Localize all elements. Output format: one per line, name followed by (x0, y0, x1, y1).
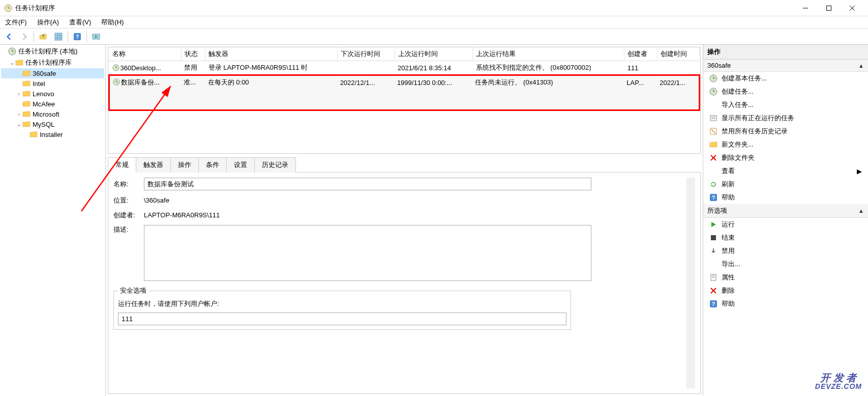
action-new-folder[interactable]: 新文件夹... (703, 138, 868, 151)
disable-icon (709, 127, 717, 135)
task-icon (113, 78, 120, 86)
svg-text:?: ? (712, 194, 715, 201)
detail-content: 名称: 位置: \360safe 创建者: LAPTOP-M6RA0R9S\11… (108, 173, 701, 394)
action-properties[interactable]: 属性 (703, 271, 868, 284)
forward-button[interactable] (17, 30, 32, 44)
actions-section2-label: 所选项 (707, 206, 727, 215)
tree-item-mcafee[interactable]: McAfee (1, 99, 104, 109)
center-panel: 名称 状态 触发器 下次运行时间 上次运行时间 上次运行结果 创建者 创建时间 … (106, 45, 703, 396)
action-label: 属性 (722, 273, 735, 282)
run-button[interactable] (89, 30, 103, 44)
task-row-selected[interactable]: 数据库备份... 准... 在每天的 0:00 2022/12/1... 199… (109, 75, 700, 110)
creator-value: LAPTOP-M6RA0R9S\111 (144, 210, 220, 220)
collapse-icon[interactable]: ▲ (858, 208, 864, 214)
svg-rect-4 (827, 6, 831, 10)
action-import-task[interactable]: 导入任务... (703, 98, 868, 111)
action-disable-history[interactable]: 禁用所有任务历史记录 (703, 125, 868, 138)
task-row[interactable]: 360Desktop... 禁用 登录 LAPTOP-M6RA0R9S\111 … (109, 61, 700, 75)
action-create-task[interactable]: 创建任务... (703, 85, 868, 98)
maximize-button[interactable] (817, 0, 841, 16)
action-help[interactable]: ?帮助 (703, 191, 868, 204)
folder-icon (22, 69, 31, 77)
menu-view[interactable]: 查看(V) (66, 17, 94, 28)
action-show-running[interactable]: 显示所有正在运行的任务 (703, 111, 868, 125)
action-view[interactable]: 查看▶ (703, 164, 868, 178)
col-creator[interactable]: 创建者 (624, 47, 657, 61)
tree-item-label: Microsoft (33, 110, 59, 118)
action-create-basic-task[interactable]: 创建基本任务... (703, 72, 868, 85)
tree-expand-icon[interactable]: › (15, 91, 22, 97)
col-created[interactable]: 创建时间 (657, 47, 700, 61)
action-label: 运行 (722, 220, 735, 229)
tree-item-microsoft[interactable]: › Microsoft (1, 109, 104, 119)
tree-collapse-icon[interactable]: ⌄ (15, 121, 22, 128)
tree-item-360safe[interactable]: 360safe (1, 68, 104, 78)
tree-root[interactable]: 任务计划程序 (本地) (1, 46, 104, 57)
location-value: \360safe (144, 195, 169, 205)
tab-actions[interactable]: 操作 (170, 157, 199, 173)
cell-trigger: 登录 LAPTOP-M6RA0R9S\111 时 (205, 61, 338, 75)
menu-action[interactable]: 操作(A) (34, 17, 62, 28)
tree-item-lenovo[interactable]: › Lenovo (1, 89, 104, 99)
action-label: 删除文件夹 (722, 153, 755, 162)
action-run[interactable]: 运行 (703, 218, 868, 231)
toolbar: ? (0, 29, 868, 45)
folder-icon (22, 90, 31, 98)
collapse-icon[interactable]: ▲ (858, 63, 864, 69)
help-button[interactable]: ? (70, 30, 84, 44)
blank-icon (709, 167, 717, 175)
folder-icon (22, 110, 31, 118)
back-button[interactable] (2, 30, 16, 44)
col-name[interactable]: 名称 (109, 47, 182, 61)
cell-next (338, 61, 395, 75)
blank-icon (709, 101, 717, 109)
tree-item-installer[interactable]: Installer (1, 129, 104, 139)
action-end[interactable]: 结束 (703, 231, 868, 244)
tree-collapse-icon[interactable]: ⌄ (8, 60, 15, 66)
security-account-field[interactable] (118, 313, 566, 325)
tab-settings[interactable]: 设置 (226, 157, 255, 173)
tab-triggers[interactable]: 触发器 (136, 157, 171, 173)
delete-icon (709, 154, 717, 162)
tree-expand-icon[interactable]: › (15, 111, 22, 117)
action-label: 显示所有正在运行的任务 (722, 114, 794, 123)
close-button[interactable] (841, 0, 864, 16)
toolbar-separator (34, 31, 34, 42)
description-field[interactable] (144, 225, 591, 281)
col-last[interactable]: 上次运行时间 (395, 47, 473, 61)
col-trigger[interactable]: 触发器 (205, 47, 338, 61)
tree-library[interactable]: ⌄ 任务计划程序库 (1, 57, 104, 68)
folder-icon (22, 100, 31, 108)
svg-rect-39 (711, 235, 716, 240)
action-delete-folder[interactable]: 删除文件夹 (703, 151, 868, 164)
action-refresh[interactable]: 刷新 (703, 178, 868, 191)
minimize-button[interactable] (794, 0, 817, 16)
menu-file[interactable]: 文件(F) (2, 17, 30, 28)
col-status[interactable]: 状态 (181, 47, 205, 61)
tree-item-mysql[interactable]: ⌄ MySQL (1, 119, 104, 129)
folder-icon (29, 130, 38, 138)
tab-general[interactable]: 常规 (108, 157, 136, 173)
col-result[interactable]: 上次运行结果 (473, 47, 624, 61)
stop-icon (709, 234, 717, 242)
cell-status: 准... (181, 76, 204, 89)
action-export[interactable]: 导出... (703, 258, 868, 271)
creator-label: 创建者: (113, 211, 144, 220)
grid-view-button[interactable] (51, 30, 66, 44)
security-label: 运行任务时，请使用下列用户帐户: (118, 295, 566, 313)
vertical-scrollbar[interactable] (686, 178, 695, 388)
tree-item-intel[interactable]: Intel (1, 78, 104, 89)
actions-section1-title[interactable]: 360safe ▲ (703, 60, 868, 72)
action-help[interactable]: ?帮助 (703, 297, 868, 310)
folder-up-button[interactable] (36, 30, 50, 44)
action-disable[interactable]: 禁用 (703, 244, 868, 258)
col-next[interactable]: 下次运行时间 (338, 47, 395, 61)
tree-item-label: Lenovo (33, 90, 54, 98)
description-label: 描述: (113, 225, 144, 234)
actions-section2-title[interactable]: 所选项 ▲ (703, 204, 868, 218)
tab-conditions[interactable]: 条件 (198, 157, 227, 173)
tab-history[interactable]: 历史记录 (254, 157, 296, 173)
action-delete[interactable]: 删除 (703, 284, 868, 297)
menu-help[interactable]: 帮助(H) (98, 17, 127, 28)
name-field[interactable] (144, 178, 591, 190)
